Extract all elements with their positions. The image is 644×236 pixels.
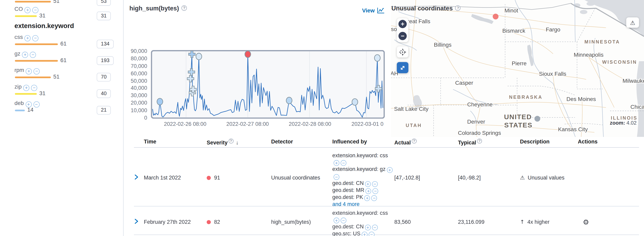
add-filter-icon[interactable]: + [24, 35, 31, 42]
y-axis-tick: 40,000 [108, 85, 147, 91]
anomaly-explorer-page: 5153CO+−3131extension.keywordcss+−61134g… [0, 0, 644, 236]
help-icon[interactable]: ? [228, 139, 234, 144]
remove-filter-icon[interactable]: − [340, 160, 346, 166]
warning-icon: ⚠ [520, 175, 525, 181]
column-header-description: Description [520, 136, 578, 145]
severity-dot-icon [206, 220, 211, 224]
y-axis-tick: 10,000 [108, 107, 147, 113]
zoom-value: 4.02 [626, 120, 636, 126]
anomaly-description: ↑4x higher [520, 219, 578, 225]
add-filter-icon[interactable]: + [24, 7, 31, 13]
add-filter-icon[interactable]: + [23, 85, 30, 91]
expand-icon [399, 64, 406, 71]
actual-location-dot[interactable] [493, 14, 498, 20]
influencer-max-score-bar [15, 110, 25, 111]
severity-dot-icon [206, 176, 211, 180]
influencer-max-score-bar [15, 77, 51, 78]
influencer-max-score-bar [15, 1, 51, 3]
warning-icon: ⚠ [630, 19, 635, 26]
sort-desc-icon: ↓ [236, 140, 238, 146]
add-filter-icon[interactable]: + [362, 232, 368, 236]
expand-row-button[interactable] [134, 174, 139, 181]
chart-title: high_sum(bytes)? [129, 5, 187, 12]
add-filter-icon[interactable]: + [365, 181, 371, 187]
help-icon[interactable]: ? [455, 6, 461, 11]
add-filter-icon[interactable]: + [365, 225, 371, 230]
anomaly-severity: 91 [206, 175, 271, 181]
y-axis-tick: 80,000 [108, 55, 147, 62]
zoom-out-button[interactable]: − [398, 32, 406, 40]
map-city-label: Chicago [630, 104, 644, 110]
map-city-label: Cheyenne [467, 101, 493, 108]
column-header-influenced-by: Influenced by [332, 136, 394, 145]
add-filter-icon[interactable]: + [22, 52, 28, 58]
column-header-typical: Typical? [458, 136, 520, 146]
remove-filter-icon[interactable]: − [340, 218, 346, 223]
add-filter-icon[interactable]: + [334, 160, 339, 166]
map-label-fragment: so [391, 26, 397, 32]
map-city-label: Fargo [546, 27, 560, 33]
map-city-label: Des Moines [566, 96, 596, 102]
map-city-label: Bismarck [502, 28, 525, 34]
crosshair-icon [399, 48, 406, 56]
remove-filter-icon[interactable]: − [32, 7, 39, 13]
view-chart-link[interactable]: View [362, 8, 384, 14]
add-filter-icon[interactable]: + [366, 188, 371, 194]
add-filter-icon[interactable]: + [26, 68, 32, 75]
remove-filter-icon[interactable]: − [334, 174, 339, 180]
map-city-label: Milwaukee [622, 78, 644, 84]
actions-cell: ⚙ [578, 218, 639, 226]
unusual-coordinates-map[interactable]: MinotBismarckFargoGreat FallsBillingsMin… [391, 0, 644, 137]
anomaly-actual: [47,-102.8] [394, 175, 458, 181]
influencer-value: geo.dest: PK [332, 194, 363, 200]
remove-filter-icon[interactable]: − [34, 68, 40, 75]
arrow-up-icon: ↑ [520, 219, 525, 225]
anomaly-chart[interactable] [151, 50, 385, 120]
map-city-label: Minneapolis [574, 52, 604, 58]
zoom-in-button[interactable]: + [398, 20, 406, 28]
line-chart-icon [377, 8, 384, 14]
remove-filter-icon[interactable]: − [30, 52, 36, 58]
anomaly-typical: [40,-98.2] [458, 175, 520, 181]
set-view-button[interactable] [397, 46, 408, 58]
map-warning-button[interactable]: ⚠ [626, 18, 639, 28]
typical-location-dot[interactable] [534, 116, 540, 122]
column-header-severity[interactable]: Severity?↓ [206, 136, 271, 146]
y-axis-tick: 0 [108, 115, 147, 121]
remove-filter-icon[interactable]: − [32, 35, 39, 42]
add-filter-icon[interactable]: + [387, 167, 392, 173]
remove-filter-icon[interactable]: − [371, 195, 377, 201]
add-filter-icon[interactable]: + [334, 218, 339, 223]
anomaly-marker [157, 98, 163, 105]
map-city-label: Pierre [512, 60, 526, 67]
expand-map-button[interactable] [397, 62, 408, 73]
remove-filter-icon[interactable]: − [31, 85, 37, 91]
influencer-label-rpm: rpm+− [14, 67, 40, 74]
anomaly-typical: 23,116.099 [458, 219, 520, 225]
map-state-label: NEBRASKA [509, 95, 543, 100]
remove-filter-icon[interactable]: − [372, 225, 378, 230]
remove-filter-icon[interactable]: − [369, 232, 374, 236]
influencer-max-score: 31 [39, 13, 46, 19]
map-city-label: Minot [504, 8, 518, 14]
help-icon[interactable]: ? [181, 6, 187, 11]
expand-row-button[interactable] [134, 218, 139, 225]
remove-filter-icon[interactable]: − [33, 101, 40, 108]
map-city-label: Salt Lake City [394, 106, 428, 112]
influencer-value: geo.dest: MR [332, 187, 364, 193]
help-icon[interactable]: ? [412, 139, 416, 144]
influencer-max-score-bar [15, 44, 58, 45]
influencer-field-header: extension.keyword [14, 22, 74, 30]
remove-filter-icon[interactable]: − [372, 181, 378, 187]
x-axis-tick: 2022-03-01 0 [352, 121, 384, 127]
actions-gear-button[interactable]: ⚙ [578, 218, 589, 226]
help-icon[interactable]: ? [477, 139, 482, 144]
anomalies-table: TimeSeverity?↓DetectorInfluenced byActua… [134, 136, 639, 235]
anomaly-detector: high_sum(bytes) [271, 219, 332, 225]
influencer-value: extension.keyword: css [332, 152, 388, 158]
remove-filter-icon[interactable]: − [372, 188, 378, 194]
y-axis-tick: 50,000 [108, 78, 147, 84]
map-state-label: UTAH [406, 123, 422, 128]
add-filter-icon[interactable]: + [364, 195, 370, 201]
influencer-max-score: 31 [39, 90, 46, 96]
